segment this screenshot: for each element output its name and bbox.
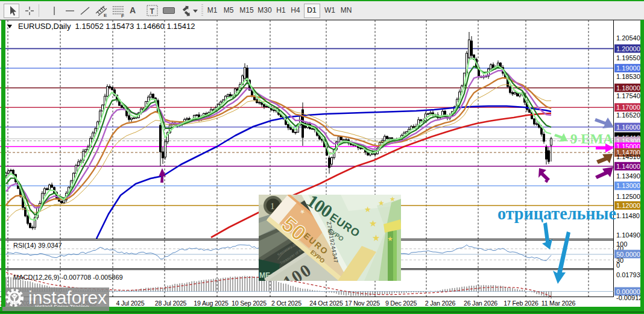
svg-text:★: ★ (372, 233, 380, 243)
svg-text:1.19550: 1.19550 (616, 54, 640, 61)
svg-text:2 Oct 2025: 2 Oct 2025 (271, 300, 301, 307)
svg-text:9 EMA: 9 EMA (570, 131, 613, 146)
svg-text:11 Mar 2026: 11 Mar 2026 (541, 300, 576, 307)
svg-text:1.16520: 1.16520 (616, 111, 640, 119)
svg-text:10 Sep 2025: 10 Sep 2025 (232, 300, 267, 307)
svg-text:1.14510: 1.14510 (616, 153, 640, 160)
svg-text:19 Aug 2025: 19 Aug 2025 (194, 300, 229, 307)
svg-text:24 Oct 2025: 24 Oct 2025 (309, 300, 343, 307)
svg-text:1.10490: 1.10490 (616, 231, 640, 239)
svg-text:1.16000: 1.16000 (616, 124, 640, 131)
svg-text:9 Dec 2025: 9 Dec 2025 (385, 300, 417, 307)
svg-text:1.18530: 1.18530 (616, 73, 640, 80)
svg-text:★: ★ (369, 218, 377, 228)
svg-text:1.13490: 1.13490 (616, 172, 640, 180)
svg-text:1: 1 (270, 201, 275, 211)
svg-text:EURUSD,Daily 1.15052 1.15473: EURUSD,Daily 1.15052 1.15473 1.14660 1.1… (18, 22, 195, 31)
svg-text:0.017934: 0.017934 (616, 271, 644, 278)
svg-text:отрицательные: отрицательные (497, 204, 616, 223)
svg-text:1.11480: 1.11480 (616, 212, 640, 219)
svg-text:28 Jul 2025: 28 Jul 2025 (155, 300, 187, 307)
svg-text:26 Jan 2026: 26 Jan 2026 (464, 300, 497, 307)
svg-text:2 Jan 2026: 2 Jan 2026 (425, 300, 456, 307)
svg-text:E: E (104, 13, 107, 18)
svg-text:4 Jul 2025: 4 Jul 2025 (116, 300, 145, 307)
svg-text:17 Feb 2026: 17 Feb 2026 (504, 300, 538, 307)
svg-text:T: T (150, 7, 155, 16)
svg-text:1.14000: 1.14000 (616, 163, 640, 170)
svg-text:F: F (121, 13, 124, 19)
svg-text:1.17000: 1.17000 (616, 104, 640, 111)
svg-text:RSI(14) 39.0347: RSI(14) 39.0347 (13, 242, 62, 249)
svg-text:1.20000: 1.20000 (616, 45, 640, 52)
svg-text:17 Nov 2025: 17 Nov 2025 (345, 300, 380, 307)
svg-text:-0.009127: -0.009127 (616, 294, 644, 301)
svg-text:1.12500: 1.12500 (616, 193, 640, 200)
svg-text:1.20540: 1.20540 (616, 34, 640, 42)
svg-text:1.19000: 1.19000 (616, 64, 640, 72)
svg-text:MACD(12,26,9) -0.007708 -0.005: MACD(12,26,9) -0.007708 -0.005869 (13, 274, 123, 281)
svg-text:1.18000: 1.18000 (616, 84, 640, 92)
svg-text:0: 0 (616, 262, 620, 269)
svg-text:★: ★ (378, 199, 385, 207)
svg-text:1.13000: 1.13000 (616, 182, 640, 189)
svg-text:1.17540: 1.17540 (616, 92, 640, 99)
svg-text:1.12000: 1.12000 (616, 202, 640, 209)
svg-text:★: ★ (387, 235, 393, 242)
svg-text:★: ★ (364, 205, 371, 214)
